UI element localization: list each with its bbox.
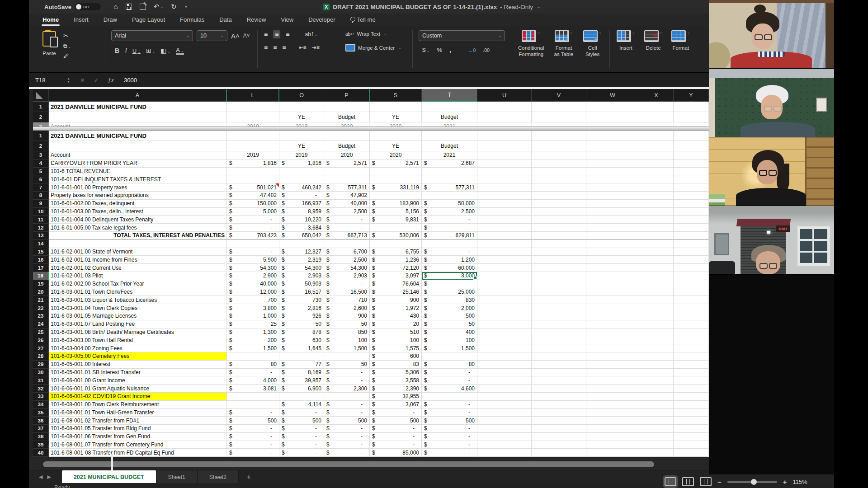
merge-center-button[interactable]: Merge & Center⌄	[345, 44, 401, 52]
cell-X-40[interactable]	[639, 449, 674, 457]
zoom-slider-thumb[interactable]	[751, 479, 757, 485]
cell-X-28[interactable]	[639, 352, 674, 361]
row-header-39[interactable]: 39	[33, 441, 49, 449]
cell-X-3[interactable]	[639, 151, 674, 160]
zoom-slider[interactable]	[727, 481, 777, 483]
cell-L-30[interactable]: $-	[227, 369, 279, 377]
row-header-29[interactable]: 29	[33, 361, 49, 369]
cell-Y-1[interactable]	[674, 102, 709, 112]
cell-V-2[interactable]	[532, 141, 586, 151]
cell-S-2[interactable]: YE	[370, 141, 422, 151]
cell-U-3[interactable]	[477, 151, 532, 160]
cell-P-35[interactable]: $-	[324, 409, 370, 417]
cell-A-33[interactable]: 101-6-06-001-02 COVID19 Grant Income	[49, 393, 227, 401]
cell-A-7[interactable]: 101-6-01-001.00 Property taxes	[49, 183, 227, 192]
cell-W-28[interactable]	[586, 352, 639, 361]
cell-X-13[interactable]	[639, 232, 674, 240]
ribbon-tab-developer[interactable]: Developer	[307, 14, 336, 25]
cell-Y-1[interactable]	[674, 131, 709, 141]
cell-U-20[interactable]	[477, 288, 532, 296]
cell-V-37[interactable]	[532, 425, 586, 433]
cell-L-3[interactable]: 2019	[227, 151, 279, 160]
name-box-spinner[interactable]: ▲▼	[67, 77, 70, 83]
sheet-nav-arrows[interactable]: ◀▶	[39, 474, 56, 480]
cell-L-18[interactable]: $2,900	[227, 272, 279, 280]
cell-Y-5[interactable]	[674, 168, 709, 176]
cell-A-24[interactable]: 101-6-03-001.07 Land Posting Fee	[49, 320, 227, 328]
cell-U-10[interactable]	[477, 208, 532, 216]
cell-Y-3[interactable]	[674, 122, 709, 127]
cell-A-3[interactable]: Account	[49, 122, 227, 127]
video-panel-scrollbar[interactable]	[111, 454, 113, 471]
cell-L-10[interactable]: $5,000	[227, 208, 279, 216]
row-header-11[interactable]: 11	[33, 216, 49, 224]
cell-L-1[interactable]	[227, 102, 279, 112]
cell-V-25[interactable]	[532, 328, 586, 337]
cell-O-9[interactable]: $166,937	[279, 200, 324, 208]
cell-W-40[interactable]	[586, 449, 639, 457]
cell-U-39[interactable]	[477, 441, 532, 449]
cell-T-12[interactable]: $-	[422, 224, 477, 232]
cell-Y-6[interactable]	[674, 175, 709, 183]
cell-L-33[interactable]	[227, 393, 279, 401]
cell-Y-28[interactable]	[674, 352, 709, 361]
align-left-icon[interactable]: ≡	[264, 44, 268, 51]
cell-V-7[interactable]	[532, 183, 586, 192]
cell-A-19[interactable]: 101-6-02-002.00 School Tax Prior Year	[49, 280, 227, 288]
cell-T-4[interactable]: $2,687	[422, 160, 477, 168]
video-participant-1[interactable]	[709, 0, 834, 69]
cell-S-24[interactable]: $20	[370, 320, 422, 328]
font-name-select[interactable]: Arial⌄	[111, 30, 193, 41]
row-header-36[interactable]: 36	[33, 417, 49, 425]
cell-W-14[interactable]	[586, 240, 639, 248]
cell-A-17[interactable]: 101-6-02-001.02 Current Use	[49, 264, 227, 272]
column-header-X[interactable]: X	[639, 89, 674, 102]
cell-U-1[interactable]	[477, 131, 532, 141]
row-header-28[interactable]: 28	[33, 352, 49, 361]
cell-L-35[interactable]: $-	[227, 409, 279, 417]
cell-P-22[interactable]: $2,600	[324, 304, 370, 312]
cell-T-32[interactable]: $4,600	[422, 385, 477, 393]
align-right-icon[interactable]: ≡	[282, 44, 286, 51]
cell-Y-13[interactable]	[674, 232, 709, 240]
cell-P-11[interactable]: $-	[324, 216, 370, 224]
cell-P-21[interactable]: $710	[324, 296, 370, 304]
cell-U-12[interactable]	[477, 224, 532, 232]
paste-button[interactable]: Paste	[42, 31, 56, 59]
cell-A-15[interactable]: 101-6-02-001.00 State of Vermont	[49, 248, 227, 256]
cell-U-28[interactable]	[477, 352, 532, 361]
enter-icon[interactable]: ✓	[94, 77, 99, 84]
cell-O-40[interactable]: $-	[279, 449, 324, 457]
cell-S-20[interactable]: $25,146	[370, 288, 422, 296]
cell-W-25[interactable]	[586, 328, 639, 337]
cell-T-2[interactable]: Budget	[422, 141, 477, 151]
cell-O-29[interactable]: $77	[279, 361, 324, 369]
align-top-icon[interactable]: ≡	[264, 31, 268, 38]
cell-L-8[interactable]: $47,402	[227, 192, 279, 200]
cell-W-33[interactable]	[586, 393, 639, 401]
video-participant-2[interactable]	[709, 69, 834, 137]
cell-A-29[interactable]: 101-6-05-001.00 Interest	[49, 361, 227, 369]
cell-P-23[interactable]: $900	[324, 312, 370, 320]
cell-A-39[interactable]: 101-6-08-001.07 Transfer from Cemetery F…	[49, 441, 227, 449]
formula-input[interactable]: 3000	[124, 77, 137, 84]
cell-S-35[interactable]: $-	[370, 409, 422, 417]
row-header-8[interactable]: 8	[33, 192, 49, 200]
cell-P-28[interactable]	[324, 352, 370, 361]
cell-W-37[interactable]	[586, 425, 639, 433]
cell-U-6[interactable]	[477, 175, 532, 183]
cell-W-15[interactable]	[586, 248, 639, 256]
cell-S-16[interactable]: $1,236	[370, 256, 422, 264]
cell-L-37[interactable]: $-	[227, 425, 279, 433]
cell-W-29[interactable]	[586, 361, 639, 369]
cell-X-38[interactable]	[639, 433, 674, 441]
cut-button[interactable]: ✂	[63, 32, 71, 39]
cell-Y-29[interactable]	[674, 361, 709, 369]
cell-A-20[interactable]: 101-6-03-001.01 Town Clerk/Fees	[49, 288, 227, 296]
cell-P-30[interactable]: $-	[324, 369, 370, 377]
ribbon-tab-formulas[interactable]: Formulas	[179, 14, 205, 25]
cell-X-5[interactable]	[639, 168, 674, 176]
cell-A-22[interactable]: 101-6-03-001.04 Town Clerk Copies	[49, 304, 227, 312]
cell-A-36[interactable]: 101-6-08-001.02 Transfer from FD#1	[49, 417, 227, 425]
cell-W-12[interactable]	[586, 224, 639, 232]
